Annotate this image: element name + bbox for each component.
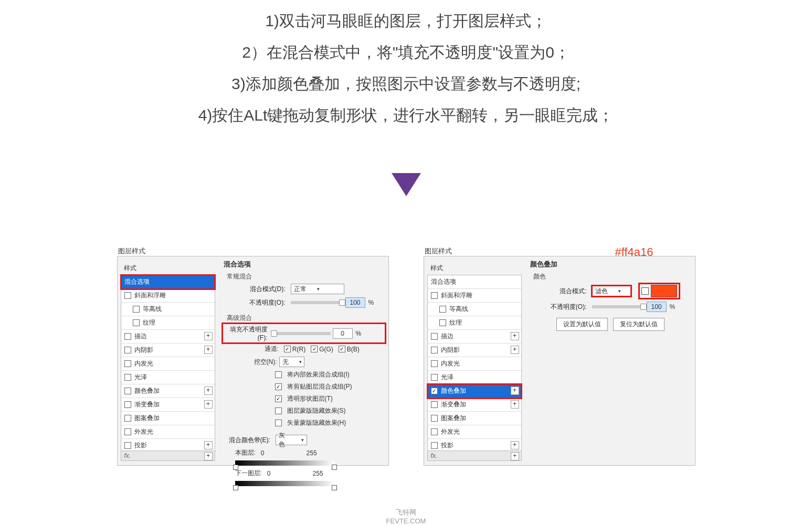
checkbox-icon[interactable] [431,415,438,422]
dialog-title: 图层样式 [118,246,145,256]
checkbox-icon[interactable] [431,428,438,435]
checkbox-icon[interactable] [133,319,140,326]
instruction-line: 2）在混合模式中，将"填充不透明度"设置为0； [0,37,812,68]
checkbox-icon[interactable] [275,407,282,414]
chevron-down-icon: ▾ [317,286,320,292]
style-pattern-overlay[interactable]: 图案叠加 [121,412,215,425]
overlay-blend-row: 混合模式: 滤色▾ [529,282,692,300]
plus-icon[interactable]: + [204,346,213,354]
checkbox-icon[interactable] [284,346,291,352]
checkbox-icon[interactable] [431,401,438,408]
plus-icon[interactable]: + [204,387,213,395]
fx-label: fx. [124,452,131,459]
style-texture[interactable]: 纹理 [121,316,215,330]
chevron-down-icon: ▾ [299,359,302,364]
checkbox-icon[interactable] [339,346,345,352]
style-outer-glow[interactable]: 外发光 [121,425,215,439]
section-title: 颜色叠加 [529,257,692,271]
style-blend-options[interactable]: 混合选项 [121,275,215,289]
opacity-input[interactable]: 100 [345,297,365,308]
blend-if-select[interactable]: 灰色▾ [276,435,307,445]
checkbox-icon[interactable] [431,347,438,353]
plus-icon[interactable]: + [204,332,213,340]
style-satin[interactable]: 光泽 [428,371,521,384]
style-blend-options[interactable]: 混合选项 [428,275,521,289]
style-contour[interactable]: 等高线 [428,303,521,316]
checkbox-icon[interactable] [431,388,438,394]
checkbox-icon[interactable] [311,346,318,352]
opacity-slider[interactable] [291,301,343,304]
checkbox-icon[interactable] [124,292,131,299]
instruction-line: 3)添加颜色叠加，按照图示中设置参数与不透明度; [0,68,812,100]
checkbox-icon[interactable] [431,374,438,381]
style-pattern-overlay[interactable]: 图案叠加 [428,412,521,425]
plus-icon[interactable]: + [511,387,519,395]
styles-header: 样式 [427,262,522,275]
checkbox-icon[interactable] [124,401,131,408]
overlay-opacity-slider[interactable] [592,305,645,308]
checkbox-icon[interactable] [275,383,282,390]
style-inner-glow[interactable]: 内发光 [121,357,215,371]
section-title: 混合选项 [223,257,385,271]
this-layer-gradient[interactable] [235,460,335,466]
instruction-line: 1)双击河马眼眶的图层，打开图层样式； [0,5,812,37]
checkbox-icon[interactable] [124,428,131,435]
overlay-color-swatch[interactable] [651,285,677,297]
checkbox-icon[interactable] [431,360,438,367]
plus-icon[interactable]: + [511,332,519,340]
plus-icon[interactable]: + [511,452,519,460]
checkbox-icon[interactable] [124,347,131,353]
style-bevel[interactable]: 斜面和浮雕 [428,289,521,303]
underlying-gradient[interactable] [235,481,335,486]
checkbox-icon[interactable] [431,292,438,299]
chevron-down-icon: ▾ [301,437,304,443]
plus-icon[interactable]: + [511,441,519,449]
style-list: 混合选项 斜面和浮雕 等高线 纹理 描边+ 内阴影+ 内发光 光泽 颜色叠加+ … [121,275,215,453]
checkbox-icon[interactable] [124,360,131,367]
plus-icon[interactable]: + [204,441,213,449]
style-satin[interactable]: 光泽 [121,371,215,384]
style-bevel[interactable]: 斜面和浮雕 [121,289,215,303]
style-inner-shadow[interactable]: 内阴影+ [428,343,521,357]
reset-default-button[interactable]: 复位为默认值 [613,318,665,331]
style-contour[interactable]: 等高线 [121,303,215,316]
fill-opacity-input[interactable]: 0 [333,328,353,339]
style-color-overlay[interactable]: 颜色叠加+ [121,384,215,398]
style-inner-glow[interactable]: 内发光 [428,357,521,371]
checkbox-icon[interactable] [124,388,131,394]
style-gradient-overlay[interactable]: 渐变叠加+ [121,398,215,412]
plus-icon[interactable]: + [511,400,519,409]
style-stroke[interactable]: 描边+ [121,330,215,343]
style-texture[interactable]: 纹理 [428,316,521,330]
style-stroke[interactable]: 描边+ [428,330,521,343]
style-gradient-overlay[interactable]: 渐变叠加+ [428,398,521,412]
blend-mode-select[interactable]: 正常▾ [291,284,344,294]
checkbox-icon[interactable] [275,371,282,378]
style-color-overlay[interactable]: 颜色叠加+ [428,384,521,398]
overlay-blend-select[interactable]: 滤色▾ [592,286,631,296]
fill-opacity-slider[interactable] [273,332,331,335]
checkbox-icon[interactable] [124,415,131,422]
plus-icon[interactable]: + [511,346,519,354]
checkbox-icon[interactable] [124,333,131,340]
fx-footer: fx.+ [427,450,522,461]
checkbox-icon[interactable] [275,395,282,402]
checkbox-icon[interactable] [431,333,438,340]
plus-icon[interactable]: + [204,400,213,409]
checkbox-icon[interactable] [439,319,446,326]
knockout-select[interactable]: 无▾ [279,357,304,367]
set-default-button[interactable]: 设置为默认值 [556,318,608,331]
checkbox-icon[interactable] [275,420,282,426]
checkbox-icon[interactable] [124,442,131,449]
overlay-opacity-input[interactable]: 100 [647,302,667,312]
style-outer-glow[interactable]: 外发光 [428,425,521,439]
checkbox-icon[interactable] [431,442,438,449]
checkbox-icon[interactable] [439,306,446,313]
channels-row: 通道: R(R) G(G) B(B) [223,343,385,355]
plus-icon[interactable]: + [204,452,213,460]
knockout-row: 挖空(N): 无▾ [223,355,385,369]
checkbox-icon[interactable] [133,306,140,313]
general-blend-header: 常规混合 [223,271,385,282]
checkbox-icon[interactable] [124,374,131,381]
style-inner-shadow[interactable]: 内阴影+ [121,343,215,357]
